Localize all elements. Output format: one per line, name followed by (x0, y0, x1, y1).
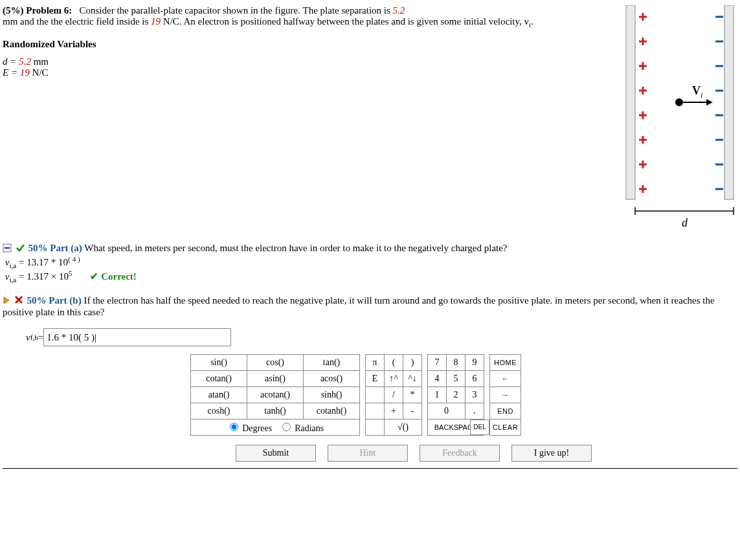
part-a-weight: 50% Part (a) (28, 243, 82, 253)
key-clear[interactable]: CLEAR (490, 420, 521, 436)
ans-var-sub: f,b (30, 333, 38, 341)
wrong-icon (14, 295, 23, 307)
func-keys: sin() cos() tan() cotan() asin() acos() … (190, 354, 360, 436)
key-cotan[interactable]: cotan() (191, 371, 247, 387)
feedback-button[interactable]: Feedback (420, 445, 500, 462)
key-7[interactable]: 7 (428, 355, 447, 371)
part-a-text: What speed, in meters per second, must t… (82, 243, 508, 253)
problem-body-3: N/C. An electron is positioned halfway b… (161, 16, 529, 27)
svg-marker-28 (706, 99, 713, 106)
key-cosh[interactable]: cosh() (191, 403, 247, 420)
key-5[interactable]: 5 (447, 371, 465, 387)
key-blank2 (366, 403, 385, 420)
check-icon (16, 243, 25, 255)
degrees-radio[interactable]: Degrees (227, 423, 272, 433)
key-sub[interactable]: ^↓ (403, 371, 422, 387)
op-keys: π ( ) E ↑^ ^↓ / * + - √() (365, 354, 422, 436)
key-e[interactable]: E (366, 371, 385, 387)
key-right[interactable]: → (490, 387, 521, 403)
answer-input[interactable] (43, 328, 231, 346)
problem-title: Problem 6: (26, 5, 72, 16)
key-rparen[interactable]: ) (403, 355, 422, 371)
key-sup[interactable]: ↑^ (385, 371, 403, 387)
key-cotanh[interactable]: cotanh() (304, 403, 360, 420)
d-value-inline: 5.2 (393, 5, 405, 16)
key-pi[interactable]: π (366, 355, 385, 371)
key-atan[interactable]: atan() (191, 387, 247, 403)
rv-d-unit: mm (31, 56, 49, 67)
e-value-inline: 19 (151, 16, 161, 27)
svg-point-26 (675, 98, 683, 106)
key-mul[interactable]: * (403, 387, 422, 403)
part-b-header: 50% Part (b) If the electron has half th… (3, 295, 737, 319)
capacitor-figure: V i d (621, 5, 737, 231)
rv-e-value: 19 (20, 67, 30, 78)
key-lparen[interactable]: ( (385, 355, 403, 371)
svg-text:i: i (701, 91, 702, 100)
key-acos[interactable]: acos() (304, 371, 360, 387)
svg-text:V: V (692, 84, 701, 97)
key-tan[interactable]: tan() (304, 355, 360, 371)
answer-entry-row: vf,b = (26, 328, 737, 346)
part-a-entered: vi,a = 13.17 * 10( 4 ) (3, 255, 737, 269)
key-tanh[interactable]: tanh() (247, 403, 304, 420)
problem-weight: (5%) (3, 5, 24, 16)
problem-statement: (5%) Problem 6: Consider the parallel-pl… (3, 5, 614, 78)
key-sinh[interactable]: sinh() (304, 387, 360, 403)
key-left[interactable]: ← (490, 371, 521, 387)
key-1[interactable]: 1 (428, 387, 447, 403)
radians-radio[interactable]: Radians (279, 423, 324, 433)
key-2[interactable]: 2 (447, 387, 465, 403)
key-asin[interactable]: asin() (247, 371, 304, 387)
key-blank3 (366, 420, 385, 436)
rv-d-value: 5.2 (19, 56, 31, 67)
calculator-panel: sin() cos() tan() cotan() asin() acos() … (190, 354, 737, 462)
key-del[interactable]: DEL (470, 420, 489, 435)
key-sin[interactable]: sin() (191, 355, 247, 371)
rv-d-prefix: d = (3, 56, 19, 67)
key-blank1 (366, 387, 385, 403)
submit-button[interactable]: Submit (236, 445, 316, 462)
key-div[interactable]: / (385, 387, 403, 403)
problem-body-1: Consider the parallel-plate capacitor sh… (79, 5, 392, 16)
problem-body-2a: mm and the the electric field inside is (3, 16, 151, 27)
key-home[interactable]: HOME (490, 355, 521, 371)
part-a-evaluated: vi,a = 1.317 × 105 ✔ Correct! (3, 269, 737, 284)
part-b-text: If the electron has half the speed neede… (3, 295, 715, 318)
giveup-button[interactable]: I give up! (511, 445, 592, 462)
expand-icon[interactable] (3, 296, 10, 307)
key-3[interactable]: 3 (465, 387, 484, 403)
angle-mode-row: Degrees Radians (191, 420, 360, 436)
svg-rect-1 (724, 5, 734, 199)
svg-rect-0 (626, 5, 635, 199)
key-minus[interactable]: - (403, 403, 422, 420)
problem-body-4: . (531, 16, 533, 27)
key-dot[interactable]: . (465, 403, 484, 420)
key-cos[interactable]: cos() (247, 355, 304, 371)
ans-var: v (26, 332, 30, 342)
svg-text:d: d (682, 216, 688, 229)
part-a-header: 50% Part (a) What speed, in meters per s… (3, 243, 737, 255)
rv-e-prefix: E = (3, 67, 20, 78)
key-end[interactable]: END (490, 403, 521, 420)
rv-e-unit: N/C (30, 67, 49, 78)
part-b-weight: 50% Part (b) (27, 295, 82, 306)
key-4[interactable]: 4 (428, 371, 447, 387)
correct-label: ✔ Correct! (90, 271, 136, 282)
key-acotan[interactable]: acotan() (247, 387, 304, 403)
collapse-icon[interactable] (3, 243, 12, 255)
key-8[interactable]: 8 (447, 355, 465, 371)
rand-var-e: E = 19 N/C (3, 67, 614, 78)
key-sqrt[interactable]: √() (385, 420, 422, 436)
rand-var-d: d = 5.2 mm (3, 56, 614, 67)
key-plus[interactable]: + (385, 403, 403, 420)
ctrl-keys: HOME ← → END CLEAR (489, 354, 521, 436)
rand-vars-heading: Randomized Variables (3, 39, 614, 50)
key-9[interactable]: 9 (465, 355, 484, 371)
key-0[interactable]: 0 (428, 403, 465, 420)
ans-eq: = (38, 332, 43, 343)
hint-button[interactable]: Hint (328, 445, 408, 462)
key-6[interactable]: 6 (465, 371, 484, 387)
svg-marker-37 (4, 297, 9, 304)
